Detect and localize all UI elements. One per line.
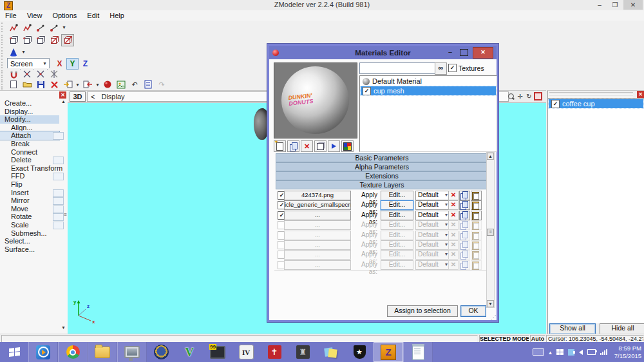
sidebar-item-modify[interactable]: Modify... [0, 115, 59, 124]
layer-mode-select[interactable]: Default [415, 200, 450, 210]
texture-browser-button[interactable] [115, 79, 128, 91]
select-mode-3-button[interactable] [34, 21, 47, 33]
chrome-taskbar-button[interactable] [58, 342, 88, 362]
materials-editor-button[interactable] [101, 79, 114, 91]
monitor-99-taskbar-button[interactable]: 99 [204, 342, 232, 362]
orbit-tool-icon[interactable]: ↻ [525, 92, 533, 101]
paste-layer-button[interactable] [471, 211, 482, 220]
scene-panel-close-icon[interactable]: ✕ [637, 91, 644, 98]
edit-layer-button[interactable]: Edit... [381, 200, 413, 210]
sidebar-item-scale[interactable]: Scale [0, 221, 59, 229]
textures-checkbox[interactable] [448, 64, 457, 72]
chevron-down-icon[interactable]: ▾ [21, 49, 26, 55]
material-row[interactable]: cup mesh [361, 86, 496, 95]
copy-layer-button[interactable] [459, 191, 470, 200]
menu-options[interactable]: Options [47, 10, 82, 21]
sidebar-item-option-box[interactable] [53, 157, 64, 164]
sidebar-item-option-box[interactable] [53, 222, 64, 229]
shield-star-taskbar-button[interactable]: ★ [345, 342, 374, 362]
sidebar-close-icon[interactable]: ✕ [59, 91, 66, 99]
log-window-button[interactable] [142, 79, 155, 91]
sidebar-item-align[interactable]: Align... [0, 124, 59, 132]
sidebar-item-option-box[interactable] [53, 205, 64, 213]
objects-level-button[interactable] [48, 34, 61, 46]
polygons-level-button[interactable] [34, 34, 47, 46]
police-badge-taskbar-button[interactable] [147, 342, 175, 362]
show-all-button[interactable]: Show all [549, 323, 596, 334]
vertices-level-button[interactable] [7, 34, 20, 46]
rollup-extensions[interactable]: Extensions [276, 171, 488, 180]
gta-v-taskbar-button[interactable]: V [175, 342, 204, 362]
gta-iv-taskbar-button[interactable]: IV [232, 342, 260, 362]
texture-file-button[interactable]: 424374.png [284, 191, 351, 200]
back-arrow-icon[interactable]: < [91, 93, 95, 100]
remove-layer-button[interactable]: ✕ [448, 200, 459, 210]
delete-button[interactable] [48, 79, 61, 91]
edit-layer-button[interactable]: Edit... [381, 191, 413, 200]
layer-mode-select[interactable]: Default [415, 211, 450, 220]
file-explorer-taskbar-button[interactable] [88, 342, 117, 362]
tray-expand-icon[interactable]: ▴ [549, 349, 552, 356]
sidebar-item-attach[interactable]: Attach [0, 131, 59, 140]
sidebar-item-option-box[interactable] [53, 173, 64, 180]
toolbar-grip[interactable] [1, 47, 5, 56]
resize-grip[interactable]: ⋰ [491, 314, 496, 320]
edit-layer-button[interactable]: Edit... [381, 211, 413, 220]
new-material-button[interactable] [274, 140, 286, 152]
material-checkbox[interactable] [363, 87, 371, 95]
window-close-button[interactable]: ✕ [623, 0, 643, 10]
toolbar-grip[interactable] [1, 23, 5, 33]
axis-z-button[interactable]: Z [79, 58, 91, 70]
export-options-icon[interactable]: ▾ [95, 82, 100, 88]
delete-material-button[interactable]: ✕ [301, 140, 313, 152]
open-file-button[interactable] [21, 79, 33, 91]
dialog-close-button[interactable]: ✕ [473, 47, 493, 59]
rollup-alpha-parameters[interactable]: Alpha Parameters [276, 162, 488, 171]
select-mode-4-button[interactable] [48, 21, 61, 33]
sidebar-item-option-box[interactable] [53, 132, 64, 140]
viewport-tab-3d[interactable]: 3D [70, 91, 86, 102]
pan-tool-icon[interactable]: ✛ [516, 92, 524, 101]
zmodeler-taskbar-button[interactable]: Z [374, 342, 403, 362]
sidebar-item-delete[interactable]: Delete [0, 156, 59, 164]
dialog-scrollbar[interactable]: ▲ ≡ ▼ [486, 152, 495, 308]
volume-icon[interactable] [579, 350, 583, 355]
media-player-taskbar-button[interactable] [28, 342, 58, 362]
ok-button[interactable]: OK [460, 305, 486, 317]
sidebar-item-flip[interactable]: Flip [0, 180, 59, 189]
copy-layer-button[interactable] [459, 200, 470, 210]
robot-game-taskbar-button[interactable]: ♜ [289, 342, 317, 362]
export-button[interactable] [81, 79, 94, 91]
scroll-thumb[interactable]: ≡ [487, 229, 494, 236]
select-mode-2-button[interactable] [21, 21, 33, 33]
play-preview-button[interactable] [328, 140, 340, 152]
sticky-notes-taskbar-button[interactable] [317, 342, 345, 362]
axis-y-button[interactable]: Y [66, 58, 79, 70]
texture-file-button[interactable]: ... [284, 211, 351, 220]
materials-list[interactable]: Default Materialcup mesh [359, 75, 497, 152]
sidebar-item-surface[interactable]: Surface... [0, 245, 59, 254]
rollup-basic-parameters[interactable]: Basic Parameters [276, 153, 488, 162]
sidebar-item-connect[interactable]: Connect [0, 148, 59, 157]
maximize-viewport-icon[interactable] [534, 92, 542, 101]
selected-level-button[interactable] [61, 34, 74, 46]
touch-keyboard-icon[interactable] [533, 348, 544, 356]
start-button[interactable] [0, 342, 28, 362]
texture-file-button[interactable]: icle_generic_smallspecmap. [284, 200, 351, 210]
copy-material-button[interactable] [287, 140, 299, 152]
rollup-texture-layers[interactable]: Texture Layers [276, 180, 488, 189]
paste-layer-button[interactable] [471, 200, 482, 210]
palette-button[interactable] [341, 140, 354, 152]
window-restore-button[interactable]: ❐ [608, 0, 622, 10]
power-icon[interactable] [587, 349, 596, 355]
save-file-button[interactable] [34, 79, 47, 91]
import-options-icon[interactable]: ▾ [75, 82, 80, 88]
scene-objects-list[interactable]: coffee cup [548, 98, 644, 323]
sidebar-item-break[interactable]: Break [0, 140, 59, 148]
preview-shape-button[interactable] [314, 140, 327, 152]
taskbar-clock[interactable]: 8:59 PM 7/15/2015 [612, 345, 641, 360]
scroll-down-icon[interactable]: ▼ [487, 300, 494, 307]
sidebar-item-option-box[interactable] [53, 189, 64, 197]
menu-help[interactable]: Help [104, 10, 129, 21]
copy-layer-button[interactable] [459, 211, 470, 220]
